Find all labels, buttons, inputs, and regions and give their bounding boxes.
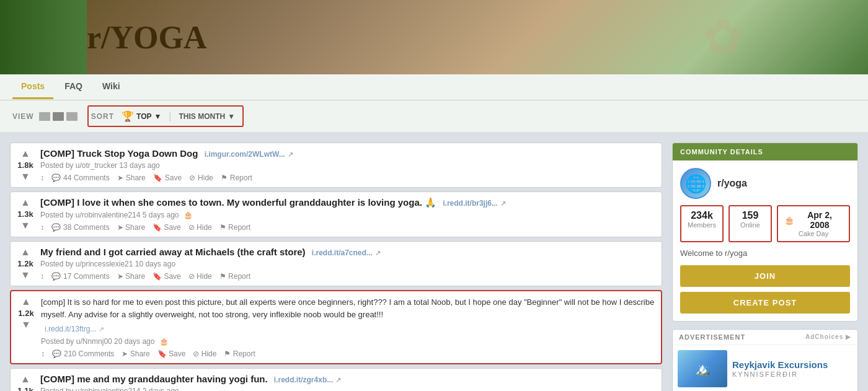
post-card: ▲ 1.1k ▼ [COMP] me and my granddaughter … [10,368,662,391]
vote-count: 1.3k [17,209,33,219]
report-action[interactable]: ⚑ Report [219,223,250,232]
create-post-button[interactable]: CREATE POST [680,292,850,314]
sortbar: VIEW SORT 🏆 TOP ▼ | THIS MONTH ▼ [0,100,868,133]
community-header: COMMUNITY DETAILS [673,143,857,160]
comment-icon: 💬 [51,174,61,182]
hide-action[interactable]: ⊘ Hide [188,272,212,281]
tab-wiki[interactable]: Wiki [94,75,129,99]
ad-choices-label[interactable]: AdChoices ▶ [805,333,851,340]
post-content: [COMP] Truck Stop Yoga Down Dog i.imgur.… [40,148,657,182]
save-action[interactable]: 🔖 Save [153,223,181,232]
vote-col: ▲ 1.2k ▼ [16,247,35,281]
save-action[interactable]: 🔖 Save [157,349,186,358]
members-stat: 234k Members [680,205,724,242]
external-link-icon: ↗ [99,325,104,333]
save-action[interactable]: 🔖 Save [153,272,181,281]
post-link-row[interactable]: i.redd.it/13ftrg... ↗ [41,324,656,333]
community-body: 🌐 r/yoga 234k Members 159 Online [673,160,857,321]
save-action[interactable]: 🔖 Save [153,174,182,182]
save-icon: 🔖 [153,174,162,182]
hide-icon: ⊘ [189,174,195,182]
sort-month-button[interactable]: THIS MONTH ▼ [174,110,241,123]
join-button[interactable]: JOIN [680,265,850,287]
post-title[interactable]: [COMP] Truck Stop Yoga Down Dog i.imgur.… [40,148,657,159]
post-actions: ↕ 💬 38 Comments ➤ Share 🔖 Save ⊘ Hide ⚑ … [40,223,657,232]
share-action[interactable]: ➤ Share [117,272,145,281]
comments-action[interactable]: 💬 17 Comments [51,272,110,281]
cake-icon: 🎂 [784,216,794,225]
post-meta: Posted by u/princesslexie21 10 days ago [40,260,657,268]
downvote-arrow[interactable]: ▼ [20,270,30,281]
post-link[interactable]: i.redd.it/a7cned... [312,248,373,257]
comments-action[interactable]: 💬 44 Comments [51,174,110,182]
banner-title: r/YOGA [87,19,207,56]
sort-divider: | [169,111,171,122]
upvote-arrow[interactable]: ▲ [21,296,31,307]
top-chevron-icon: ▼ [154,112,161,121]
share-action[interactable]: ➤ Share [122,349,149,358]
post-content: My friend and I got carried away at Mich… [40,247,657,281]
post-title[interactable]: My friend and I got carried away at Mich… [40,247,657,257]
cake-date: Apr 2, 2008 [797,210,843,230]
expand-action[interactable]: ↕ [40,174,44,182]
expand-action[interactable]: ↕ [40,272,44,281]
report-action[interactable]: ⚑ Report [219,272,250,281]
tab-faq[interactable]: FAQ [56,75,91,99]
upvote-arrow[interactable]: ▲ [20,148,30,159]
post-body: [comp] It is so hard for me to even post… [41,296,656,320]
stats-row: 234k Members 159 Online 🎂 Apr 2, 2008 Ca… [680,205,850,242]
post-title[interactable]: [COMP] I love it when she comes to town.… [40,197,657,208]
banner: r/YOGA ✿ [0,0,868,74]
downvote-arrow[interactable]: ▼ [20,220,30,231]
downvote-arrow[interactable]: ▼ [21,319,31,330]
post-link[interactable]: i.redd.it/br3jj6... [443,199,498,208]
view-compact-icon[interactable] [53,112,64,121]
post-link[interactable]: i.imgur.com/2WLwtW... [205,150,285,159]
post-content: [COMP] me and my granddaughter having yo… [40,374,657,391]
comment-icon: 💬 [51,223,61,232]
members-count: 234k [688,210,716,221]
share-action[interactable]: ➤ Share [117,223,145,232]
external-link-icon: ↗ [375,249,381,257]
post-card: ▲ 1.3k ▼ [COMP] I love it when she comes… [10,191,662,237]
sort-top-button[interactable]: 🏆 TOP ▼ [117,108,166,125]
post-actions: ↕ 💬 17 Comments ➤ Share 🔖 Save ⊘ Hide ⚑ … [40,272,657,281]
hide-action[interactable]: ⊘ Hide [189,174,213,182]
view-list-icon[interactable] [66,112,78,121]
comments-action[interactable]: 💬 38 Comments [51,223,110,232]
hide-action[interactable]: ⊘ Hide [193,349,216,358]
share-icon: ➤ [117,174,123,182]
ad-header: ADVERTISEMENT AdChoices ▶ [673,330,857,345]
hide-action[interactable]: ⊘ Hide [188,223,212,232]
share-action[interactable]: ➤ Share [117,174,146,182]
post-card: ▲ 1.2k ▼ My friend and I got carried awa… [10,241,662,286]
ad-body[interactable]: 🏔️ Reykjavik Excursions KYNNISFERÐIR [673,345,857,391]
post-content: [COMP] I love it when she comes to town.… [40,197,657,232]
view-card-icon[interactable] [39,112,50,121]
sidebar: COMMUNITY DETAILS 🌐 r/yoga 234k Members … [672,143,858,391]
banner-decoration: ✿ [702,9,744,66]
upvote-arrow[interactable]: ▲ [20,374,30,385]
online-label: Online [736,221,764,229]
user-badge: 🎂 [184,211,193,219]
post-meta: Posted by u/Nnmnj00 20 days ago 🎂 [41,337,656,346]
tab-posts[interactable]: Posts [12,75,53,99]
month-chevron-icon: ▼ [228,112,235,121]
expand-action[interactable]: ↕ [41,349,45,358]
expand-action[interactable]: ↕ [40,223,44,232]
ad-title[interactable]: Reykjavik Excursions [732,359,852,371]
report-action[interactable]: ⚑ Report [221,174,252,182]
downvote-arrow[interactable]: ▼ [20,171,30,182]
vote-count: 1.2k [17,259,33,268]
online-count: 159 [736,210,764,221]
upvote-arrow[interactable]: ▲ [20,197,30,208]
external-link-icon: ↗ [500,200,506,207]
report-action[interactable]: ⚑ Report [224,349,255,358]
post-link[interactable]: i.redd.it/13ftrg... [45,325,96,333]
comments-action[interactable]: 💬 210 Comments [52,349,114,358]
upvote-arrow[interactable]: ▲ [20,247,30,258]
post-meta: Posted by u/otr_trucker 13 days ago [40,161,657,170]
avatar-icon: 🌐 [685,174,707,194]
post-link[interactable]: i.redd.it/zgr4xb... [274,376,333,384]
post-title[interactable]: [COMP] me and my granddaughter having yo… [40,374,657,384]
